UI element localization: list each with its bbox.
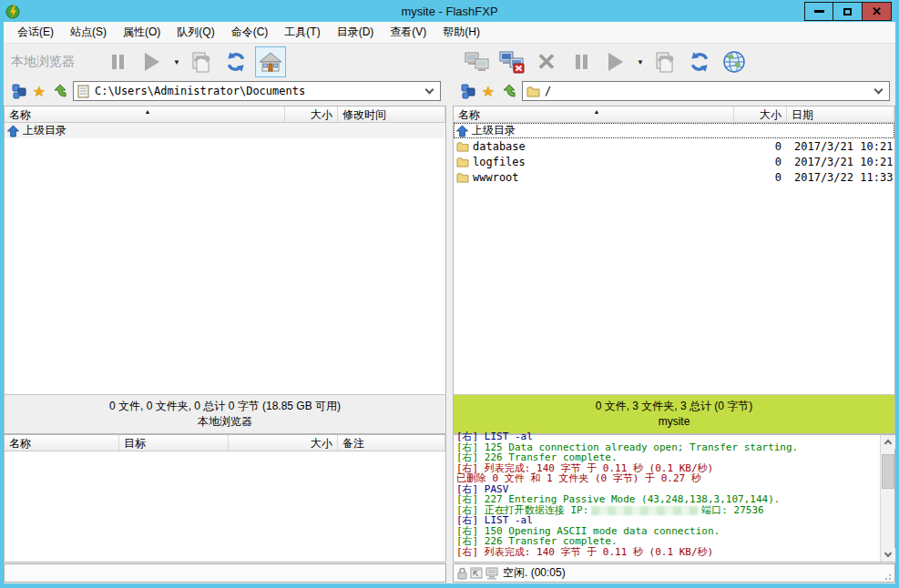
local-list-header: 名称 ▲ 大小 修改时间 xyxy=(5,106,445,123)
local-pause-button[interactable] xyxy=(102,46,133,77)
queue-list-body xyxy=(5,451,445,562)
column-header-size[interactable]: 大小 xyxy=(734,106,787,122)
chevron-up-icon xyxy=(884,440,891,447)
folder-icon xyxy=(456,157,469,167)
column-header-name[interactable]: 名称 ▲ xyxy=(454,106,734,122)
titlebar: mysite - FlashFXP ✕ xyxy=(4,0,895,22)
local-resume-button[interactable] xyxy=(137,46,168,77)
remote-pathbar: ★ / xyxy=(453,80,895,106)
remote-resume-dropdown[interactable]: ▼ xyxy=(635,46,646,77)
list-item-logfiles[interactable]: logfiles 0 2017/3/21 10:21 xyxy=(454,154,894,169)
local-status-panel: 0 文件, 0 文件夹, 0 总计 0 字节 (18.85 GB 可用) 本地浏… xyxy=(4,394,446,434)
local-site-manager-button[interactable] xyxy=(9,82,29,100)
site-manager-icon xyxy=(461,84,476,99)
computer-icon xyxy=(485,567,499,580)
queue-column-note[interactable]: 备注 xyxy=(338,435,445,451)
minimize-icon xyxy=(814,10,824,13)
remote-list-body: 上级目录 database 0 xyxy=(454,123,894,394)
status-idle-text: 空闲. (00:05) xyxy=(503,565,566,581)
log-scrollbar[interactable] xyxy=(880,435,894,562)
remote-go-up-button[interactable] xyxy=(498,82,518,100)
scroll-down-button[interactable] xyxy=(881,548,895,562)
chevron-down-icon[interactable] xyxy=(425,86,434,95)
scrollbar-thumb[interactable] xyxy=(882,454,894,489)
remote-url-button[interactable] xyxy=(719,46,750,77)
lock-icon xyxy=(456,567,468,580)
log-line: [右] 列表完成: 140 字节 于 0.11 秒 (0.1 KB/秒) xyxy=(456,547,880,558)
menu-help[interactable]: 帮助(H) xyxy=(434,22,488,43)
remote-list-header: 名称 ▲ 大小 日期 xyxy=(454,106,894,123)
remote-abort-button[interactable]: ✕ xyxy=(531,46,562,77)
remote-disconnect-button[interactable] xyxy=(496,46,527,77)
remote-status-panel: 0 文件, 3 文件夹, 3 总计 (0 字节) mysite xyxy=(453,394,895,434)
local-pathbar: ★ C:\Users\Administrator\Doc xyxy=(4,80,446,106)
bottom-splitter[interactable] xyxy=(446,434,453,563)
resize-grip[interactable] xyxy=(884,572,894,581)
remote-status-counts: 0 文件, 3 文件夹, 3 总计 (0 字节) xyxy=(454,399,894,414)
session-log-panel: [右] LIST -al [右] 125 Data connection alr… xyxy=(453,434,895,563)
menu-session[interactable]: 会话(E) xyxy=(9,22,62,43)
star-icon: ★ xyxy=(482,83,495,100)
queue-column-target[interactable]: 目标 xyxy=(119,435,229,451)
queue-column-name[interactable]: 名称 xyxy=(5,435,119,451)
chevron-down-icon: ▼ xyxy=(173,58,180,66)
maximize-button[interactable] xyxy=(833,2,863,21)
log-line: [右] LIST -al xyxy=(456,431,880,442)
chevron-down-icon[interactable] xyxy=(874,86,884,95)
remote-toolbar: ✕ ▼ xyxy=(453,44,895,80)
menubar: 会话(E) 站点(S) 属性(O) 队列(Q) 命令(C) 工具(T) 目录(D… xyxy=(4,22,895,44)
local-refresh-button[interactable] xyxy=(220,46,251,77)
close-icon: ✕ xyxy=(872,5,882,18)
remote-site-manager-button[interactable] xyxy=(458,82,478,100)
transfer-queue-panel: 名称 目标 大小 备注 xyxy=(4,434,446,563)
log-line: [右] LIST -al xyxy=(456,515,880,526)
local-file-list: 名称 ▲ 大小 修改时间 上级目录 xyxy=(4,106,446,394)
remote-pause-button[interactable] xyxy=(566,46,597,77)
column-header-name[interactable]: 名称 ▲ xyxy=(5,106,285,122)
log-lines: [右] LIST -al [右] 125 Data connection alr… xyxy=(454,431,880,562)
refresh-icon xyxy=(224,50,248,74)
list-item-parent-dir[interactable]: 上级目录 xyxy=(454,123,894,138)
local-home-button[interactable] xyxy=(255,46,286,77)
remote-path-combobox[interactable]: / xyxy=(522,81,890,101)
queue-column-size[interactable]: 大小 xyxy=(229,435,338,451)
remote-transfer-button[interactable] xyxy=(649,46,680,77)
column-header-size[interactable]: 大小 xyxy=(285,106,338,122)
flashfxp-window: mysite - FlashFXP ✕ 会话(E) 站点(S) 属性(O) 队列… xyxy=(0,0,899,588)
local-go-up-button[interactable] xyxy=(49,82,69,100)
sort-asc-icon: ▲ xyxy=(594,108,600,115)
remote-resume-button[interactable] xyxy=(600,46,631,77)
scroll-up-button[interactable] xyxy=(881,435,895,449)
list-item-wwwroot[interactable]: wwwroot 0 2017/3/22 11:33 xyxy=(454,169,894,185)
panel-splitter[interactable] xyxy=(446,44,453,434)
local-transfer-button[interactable] xyxy=(186,46,217,77)
minimize-button[interactable] xyxy=(804,2,833,21)
column-header-date[interactable]: 日期 xyxy=(787,106,894,122)
scrollbar-track[interactable] xyxy=(881,449,895,548)
menu-sites[interactable]: 站点(S) xyxy=(62,22,115,43)
up-arrow-icon xyxy=(52,84,67,99)
remote-panel: ✕ ▼ xyxy=(453,44,895,434)
list-item-parent-dir[interactable]: 上级目录 xyxy=(5,123,445,138)
pause-icon xyxy=(112,55,124,69)
up-directory-icon xyxy=(7,125,19,137)
remote-connect-button[interactable] xyxy=(462,46,493,77)
list-item-database[interactable]: database 0 2017/3/21 10:21 xyxy=(454,138,894,154)
local-resume-dropdown[interactable]: ▼ xyxy=(171,46,182,77)
menu-directory[interactable]: 目录(D) xyxy=(329,22,383,43)
up-directory-icon xyxy=(456,125,468,137)
menu-commands[interactable]: 命令(C) xyxy=(223,22,277,43)
site-manager-icon xyxy=(12,84,27,99)
local-path-combobox[interactable]: C:\Users\Administrator\Documents xyxy=(73,81,441,101)
remote-favorites-button[interactable]: ★ xyxy=(478,82,498,100)
menu-queue[interactable]: 队列(Q) xyxy=(169,22,222,43)
menu-options[interactable]: 属性(O) xyxy=(115,22,169,43)
menu-tools[interactable]: 工具(T) xyxy=(276,22,328,43)
column-header-modified[interactable]: 修改时间 xyxy=(338,106,445,122)
local-path-value: C:\Users\Administrator\Documents xyxy=(95,85,426,97)
close-button[interactable]: ✕ xyxy=(863,2,892,21)
local-favorites-button[interactable]: ★ xyxy=(29,82,49,100)
remote-refresh-button[interactable] xyxy=(684,46,715,77)
window-title: mysite - FlashFXP xyxy=(4,5,895,18)
menu-view[interactable]: 查看(V) xyxy=(382,22,434,43)
